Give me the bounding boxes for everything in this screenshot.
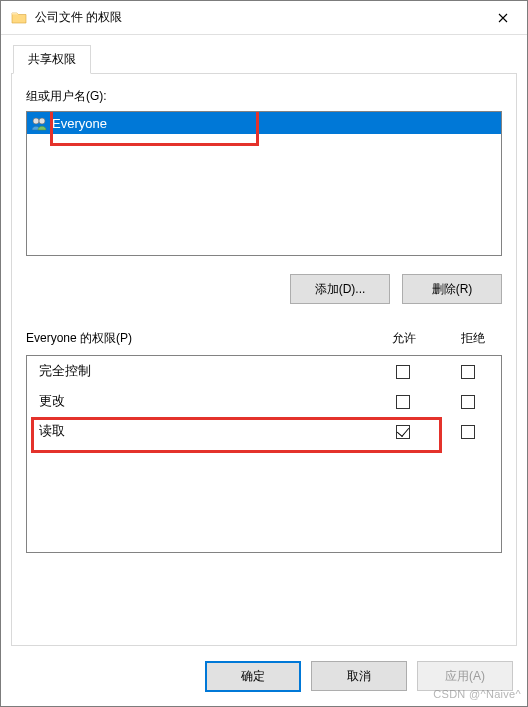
- tab-label: 共享权限: [28, 52, 76, 66]
- apply-button[interactable]: 应用(A): [417, 661, 513, 691]
- deny-checkbox-change[interactable]: [461, 395, 475, 409]
- svg-point-1: [39, 118, 45, 124]
- svg-point-0: [33, 118, 39, 124]
- permissions-title: Everyone 的权限(P): [26, 330, 364, 347]
- deny-checkbox-read[interactable]: [461, 425, 475, 439]
- folder-icon: [11, 10, 27, 26]
- ok-button[interactable]: 确定: [205, 661, 301, 692]
- allow-header: 允许: [364, 330, 444, 347]
- permissions-dialog: 公司文件 的权限 共享权限 组或用户名(G):: [0, 0, 528, 707]
- group-icon: [31, 116, 48, 131]
- title-bar: 公司文件 的权限: [1, 1, 527, 35]
- tab-share-permissions[interactable]: 共享权限: [13, 45, 91, 74]
- window-close-button[interactable]: [480, 3, 525, 33]
- permission-row-read: 读取: [27, 416, 501, 446]
- permissions-table: 完全控制 更改 读取: [26, 355, 502, 553]
- group-buttons: 添加(D)... 删除(R): [26, 274, 502, 304]
- add-button[interactable]: 添加(D)...: [290, 274, 390, 304]
- permission-row-full-control: 完全控制: [27, 356, 501, 386]
- permissions-header: Everyone 的权限(P) 允许 拒绝: [26, 330, 502, 347]
- groups-list[interactable]: Everyone: [26, 111, 502, 256]
- group-name: Everyone: [52, 116, 107, 131]
- permission-name: 更改: [39, 392, 363, 410]
- groups-label: 组或用户名(G):: [26, 88, 502, 105]
- client-area: 共享权限 组或用户名(G):: [1, 35, 527, 651]
- deny-checkbox-full-control[interactable]: [461, 365, 475, 379]
- deny-header: 拒绝: [444, 330, 502, 347]
- allow-checkbox-read[interactable]: [396, 425, 410, 439]
- permission-row-change: 更改: [27, 386, 501, 416]
- permission-name: 读取: [39, 422, 363, 440]
- close-icon: [498, 13, 508, 23]
- group-row-everyone[interactable]: Everyone: [27, 112, 501, 134]
- remove-button[interactable]: 删除(R): [402, 274, 502, 304]
- cancel-button[interactable]: 取消: [311, 661, 407, 691]
- permission-name: 完全控制: [39, 362, 363, 380]
- tab-strip: 共享权限 组或用户名(G):: [11, 45, 517, 646]
- dialog-footer: 确定 取消 应用(A): [1, 651, 527, 706]
- allow-checkbox-full-control[interactable]: [396, 365, 410, 379]
- window-title: 公司文件 的权限: [35, 9, 480, 26]
- allow-checkbox-change[interactable]: [396, 395, 410, 409]
- tab-panel: 组或用户名(G): Everyone: [11, 73, 517, 646]
